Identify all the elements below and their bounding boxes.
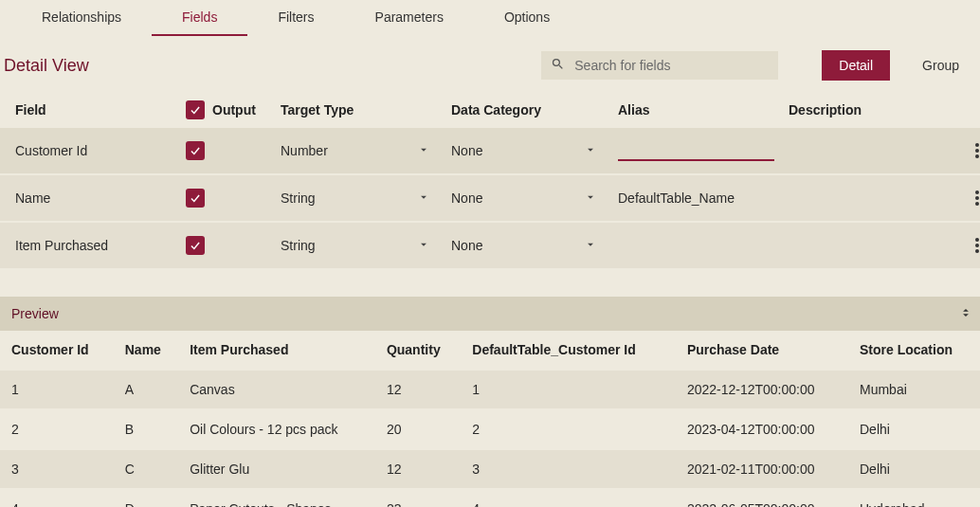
field-row: NameStringNoneDefaultTable_Name xyxy=(0,175,980,221)
table-cell: 4 xyxy=(0,489,114,507)
output-checkbox[interactable] xyxy=(186,236,205,255)
table-cell: 3 xyxy=(0,449,114,489)
tab-bar: RelationshipsFieldsFiltersParametersOpti… xyxy=(0,0,980,37)
table-cell: Delhi xyxy=(848,409,980,449)
preview-header-row: Customer IdNameItem PurchasedQuantityDef… xyxy=(0,331,980,370)
table-cell: 3 xyxy=(461,449,676,489)
output-checkbox[interactable] xyxy=(186,189,205,208)
fields-table: Field Output Target Type Data Category A… xyxy=(0,92,980,268)
row-menu-icon[interactable] xyxy=(959,143,980,158)
table-cell: 2021-02-11T00:00:00 xyxy=(676,449,848,489)
tab-filters[interactable]: Filters xyxy=(247,0,344,36)
preview-title: Preview xyxy=(11,306,59,321)
data-category-select[interactable]: None xyxy=(451,143,618,159)
table-cell: 1 xyxy=(461,370,676,409)
alias-input[interactable] xyxy=(618,140,774,161)
output-header-checkbox[interactable] xyxy=(186,100,205,119)
col-field: Field xyxy=(15,102,186,118)
header-row: Detail View Detail Group xyxy=(0,37,980,92)
target-type-value: Number xyxy=(281,143,328,158)
preview-column-header[interactable]: Purchase Date xyxy=(676,331,848,370)
group-button[interactable]: Group xyxy=(905,50,976,81)
search-icon xyxy=(551,57,565,74)
data-category-select[interactable]: None xyxy=(451,238,618,254)
field-row: Customer IdNumberNone xyxy=(0,128,980,173)
table-cell: 2022-06-05T00:00:00 xyxy=(676,489,848,507)
table-cell: 4 xyxy=(461,489,676,507)
preview-column-header[interactable]: DefaultTable_Customer Id xyxy=(461,331,676,370)
preview-column-header[interactable]: Quantity xyxy=(375,331,461,370)
collapse-icon[interactable] xyxy=(959,306,972,322)
table-cell: Paper Cutouts - Shapes xyxy=(178,489,375,507)
table-cell: Canvas xyxy=(178,370,375,409)
data-category-value: None xyxy=(451,238,482,253)
row-menu-icon[interactable] xyxy=(959,190,980,206)
table-cell: 12 xyxy=(375,449,461,489)
tab-relationships[interactable]: Relationships xyxy=(11,0,152,36)
data-category-value: None xyxy=(451,190,482,206)
table-cell: 20 xyxy=(375,409,461,449)
col-target-type: Target Type xyxy=(281,102,451,118)
data-category-select[interactable]: None xyxy=(451,190,618,207)
table-row[interactable]: 3CGlitter Glu1232021-02-11T00:00:00Delhi xyxy=(0,449,980,489)
table-cell: B xyxy=(114,409,178,449)
page-title: Detail View xyxy=(4,56,541,76)
table-cell: 12 xyxy=(375,370,461,409)
table-row[interactable]: 1ACanvas1212022-12-12T00:00:00Mumbai xyxy=(0,370,980,409)
row-menu-icon[interactable] xyxy=(959,238,980,253)
preview-column-header[interactable]: Customer Id xyxy=(0,331,114,370)
target-type-value: String xyxy=(281,238,316,253)
preview-column-header[interactable]: Name xyxy=(114,331,178,370)
target-type-select[interactable]: String xyxy=(281,238,451,254)
chevron-down-icon xyxy=(417,238,430,254)
col-output[interactable]: Output xyxy=(186,100,281,119)
col-data-category: Data Category xyxy=(451,102,618,118)
table-cell: 2023-04-12T00:00:00 xyxy=(676,409,848,449)
detail-button[interactable]: Detail xyxy=(822,50,890,81)
tab-fields[interactable]: Fields xyxy=(152,0,247,36)
preview-table: Customer IdNameItem PurchasedQuantityDef… xyxy=(0,331,980,507)
data-category-value: None xyxy=(451,143,482,158)
table-cell: Oil Colours - 12 pcs pack xyxy=(178,409,375,449)
table-cell: C xyxy=(114,449,178,489)
table-cell: Delhi xyxy=(848,449,980,489)
app-root: RelationshipsFieldsFiltersParametersOpti… xyxy=(0,0,980,507)
table-cell: 23 xyxy=(375,489,461,507)
fields-header-row: Field Output Target Type Data Category A… xyxy=(0,92,980,128)
alias-cell[interactable] xyxy=(618,140,789,161)
search-input[interactable] xyxy=(572,57,769,74)
table-cell: Glitter Glu xyxy=(178,449,375,489)
col-output-label: Output xyxy=(212,102,256,118)
chevron-down-icon xyxy=(584,238,597,254)
preview-section: Preview Customer IdNameItem PurchasedQua… xyxy=(0,297,980,507)
table-row[interactable]: 4DPaper Cutouts - Shapes2342022-06-05T00… xyxy=(0,489,980,507)
col-alias: Alias xyxy=(618,102,789,118)
table-cell: 1 xyxy=(0,370,114,409)
table-cell: 2022-12-12T00:00:00 xyxy=(676,370,848,409)
target-type-value: String xyxy=(281,190,316,206)
preview-column-header[interactable]: Item Purchased xyxy=(178,331,375,370)
output-checkbox[interactable] xyxy=(186,141,205,160)
target-type-select[interactable]: String xyxy=(281,190,451,207)
table-cell: Hyderabad xyxy=(848,489,980,507)
table-cell: 2 xyxy=(461,409,676,449)
target-type-select[interactable]: Number xyxy=(281,143,451,159)
preview-header[interactable]: Preview xyxy=(0,297,980,331)
table-cell: D xyxy=(114,489,178,507)
field-row: Item PurchasedStringNone xyxy=(0,223,980,268)
chevron-down-icon xyxy=(584,190,597,207)
table-cell: Mumbai xyxy=(848,370,980,409)
chevron-down-icon xyxy=(417,143,430,159)
tab-parameters[interactable]: Parameters xyxy=(345,0,474,36)
tab-options[interactable]: Options xyxy=(474,0,580,36)
alias-cell[interactable]: DefaultTable_Name xyxy=(618,190,789,206)
preview-column-header[interactable]: Store Location xyxy=(848,331,980,370)
chevron-down-icon xyxy=(417,190,430,207)
field-name: Item Purchased xyxy=(15,238,186,253)
table-cell: A xyxy=(114,370,178,409)
table-row[interactable]: 2BOil Colours - 12 pcs pack2022023-04-12… xyxy=(0,409,980,449)
field-name: Customer Id xyxy=(15,143,186,158)
field-name: Name xyxy=(15,190,186,206)
search-box[interactable] xyxy=(541,51,778,80)
chevron-down-icon xyxy=(584,143,597,159)
